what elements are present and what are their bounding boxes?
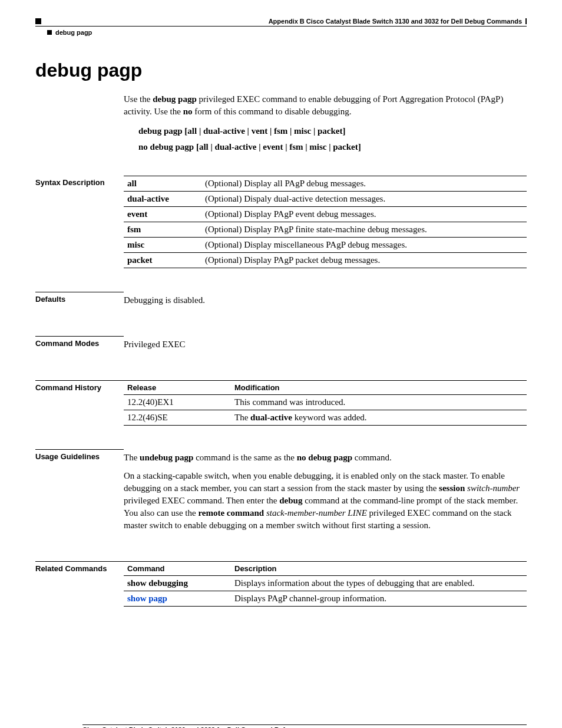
section-label: Command Modes: [35, 336, 124, 348]
footer-title: Cisco Catalyst Blade Switch 3130 and 303…: [82, 724, 527, 728]
page-title: debug pagp: [35, 60, 527, 81]
appendix-title: Appendix B Cisco Catalyst Blade Switch 3…: [269, 18, 522, 25]
command-modes-section: Command Modes Privileged EXEC: [35, 336, 527, 357]
syntax-description-section: Syntax Description all(Optional) Display…: [35, 176, 527, 268]
section-label: Syntax Description: [35, 176, 124, 187]
section-label: Usage Guidelines: [35, 449, 124, 461]
syntax-line-2: no debug pagp [all | dual-active | event…: [138, 142, 527, 152]
section-label: Defaults: [35, 292, 124, 304]
syntax-line-1: debug pagp [all | dual-active | vent | f…: [138, 126, 527, 136]
page-header: Appendix B Cisco Catalyst Blade Switch 3…: [35, 18, 527, 27]
usage-guidelines-section: Usage Guidelines The undebug pagp comman…: [35, 449, 527, 538]
section-header: debug pagp: [35, 29, 527, 36]
defaults-section: Defaults Debugging is disabled.: [35, 292, 527, 312]
command-history-section: Command History ReleaseModification 12.2…: [35, 380, 527, 426]
section-label: Command History: [35, 380, 124, 392]
history-table: ReleaseModification 12.2(40)EX1This comm…: [124, 380, 527, 426]
show-pagp-link[interactable]: show pagp: [127, 594, 167, 603]
page-footer: Cisco Catalyst Blade Switch 3130 and 303…: [35, 724, 527, 728]
intro-paragraph: Use the debug pagp privileged EXEC comma…: [124, 93, 527, 118]
related-table: CommandDescription show debuggingDisplay…: [124, 561, 527, 607]
related-commands-section: Related Commands CommandDescription show…: [35, 561, 527, 607]
section-name: debug pagp: [55, 29, 92, 36]
section-label: Related Commands: [35, 561, 124, 573]
syntax-table: all(Optional) Display all PAgP debug mes…: [124, 176, 527, 268]
